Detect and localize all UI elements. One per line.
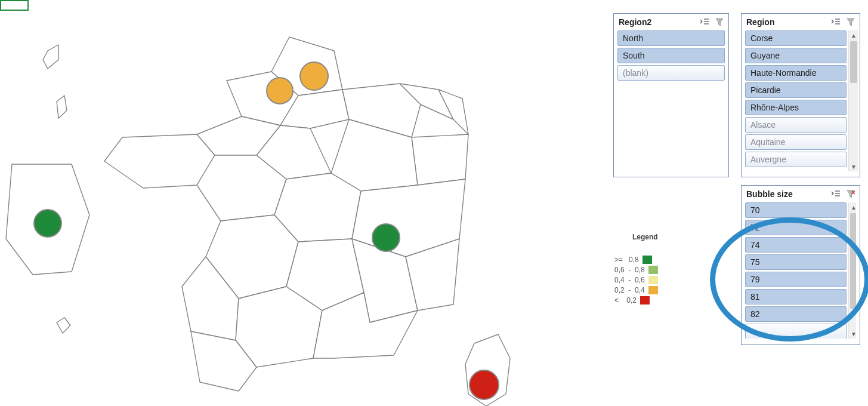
- scrollbar[interactable]: ▲ ▼: [848, 202, 856, 339]
- legend-row-3: 0,2 - 0,4: [614, 285, 658, 295]
- slicer-item-south[interactable]: South: [617, 48, 725, 63]
- slicer-region2-title: Region2: [619, 17, 651, 27]
- slicer-item-guyane[interactable]: Guyane: [745, 48, 847, 63]
- slicer-item-82[interactable]: 82: [745, 306, 847, 322]
- scrollbar[interactable]: ▲ ▼: [848, 30, 858, 171]
- legend-row-0: >= 0,8: [614, 254, 658, 264]
- slicer-item-70[interactable]: 70: [745, 202, 847, 218]
- legend-row-4: < 0,2: [614, 295, 658, 305]
- scroll-down-icon[interactable]: ▼: [849, 329, 856, 339]
- slicer-region2[interactable]: Region2 North South (blank): [613, 13, 729, 177]
- scroll-thumb[interactable]: [850, 213, 856, 309]
- legend-row-1: 0,6 - 0,8: [614, 264, 658, 275]
- clear-filter-icon[interactable]: [847, 190, 855, 198]
- slicer-item-aquitaine[interactable]: Aquitaine: [745, 134, 847, 150]
- legend-swatch-3: [648, 286, 658, 294]
- clear-filter-icon[interactable]: [847, 18, 855, 26]
- region-bretagne: [104, 134, 215, 188]
- multiselect-icon[interactable]: [831, 190, 841, 198]
- scroll-down-icon[interactable]: ▼: [849, 162, 858, 171]
- france-map-svg: [0, 0, 608, 406]
- scroll-thumb[interactable]: [850, 41, 857, 83]
- slicer-item-trailing[interactable]: [745, 324, 847, 339]
- slicer-region-title: Region: [746, 17, 774, 27]
- clear-filter-icon[interactable]: [715, 18, 724, 26]
- legend-swatch-4: [640, 296, 650, 304]
- slicer-item-81[interactable]: 81: [745, 289, 847, 304]
- bubble-corse[interactable]: [469, 370, 499, 400]
- slicer-item-picardie[interactable]: Picardie: [745, 82, 847, 98]
- slicer-item-alsace[interactable]: Alsace: [745, 117, 847, 133]
- slicer-item-72[interactable]: 72: [745, 220, 847, 235]
- region-island-3: [57, 318, 70, 333]
- slicer-region-list: Corse Guyane Haute-Normandie Picardie Rh…: [745, 30, 847, 167]
- slicer-bubble-list: 70 72 74 75 79 81 82: [745, 202, 847, 339]
- bubble-picardie[interactable]: [299, 61, 329, 91]
- scroll-up-icon[interactable]: ▲: [849, 202, 856, 212]
- slicer-item-79[interactable]: 79: [745, 272, 847, 287]
- slicer-item-north[interactable]: North: [617, 30, 725, 46]
- legend-swatch-1: [648, 266, 658, 274]
- bubble-haute-normandie[interactable]: [266, 77, 294, 104]
- multiselect-icon[interactable]: [831, 18, 841, 26]
- slicer-item-haute-normandie[interactable]: Haute-Normandie: [745, 65, 847, 81]
- slicer-item-rhone-alpes[interactable]: Rhône-Alpes: [745, 100, 847, 115]
- region-island-1: [43, 45, 58, 69]
- legend-swatch-0: [642, 256, 652, 264]
- slicer-bubble-title: Bubble size: [746, 189, 793, 199]
- slicer-item-corse[interactable]: Corse: [745, 30, 847, 46]
- legend-row-2: 0,4 - 0,6: [614, 275, 658, 285]
- slicer-bubble-size[interactable]: Bubble size 70 72 74 75 79 81 82 ▲ ▼: [741, 185, 860, 345]
- slicer-item-auvergne[interactable]: Auvergne: [745, 152, 847, 167]
- legend: Legend >= 0,8 0,6 - 0,8 0,4 - 0,6 0,2 - …: [614, 233, 658, 305]
- region-island-2: [57, 96, 67, 118]
- legend-swatch-2: [648, 276, 658, 284]
- slicer-item-75[interactable]: 75: [745, 254, 847, 270]
- region-franche-comte: [412, 134, 468, 185]
- scroll-up-icon[interactable]: ▲: [849, 30, 858, 40]
- multiselect-icon[interactable]: [700, 18, 709, 26]
- legend-title: Legend: [614, 233, 658, 241]
- slicer-region[interactable]: Region Corse Guyane Haute-Normandie Pica…: [741, 13, 860, 177]
- map-chart: [0, 0, 608, 406]
- slicer-item-74[interactable]: 74: [745, 237, 847, 253]
- slicer-item-blank[interactable]: (blank): [617, 65, 725, 81]
- bubble-rhone-alpes[interactable]: [372, 223, 400, 252]
- slicer-region2-list: North South (blank): [617, 30, 725, 81]
- bubble-guyane[interactable]: [33, 209, 62, 238]
